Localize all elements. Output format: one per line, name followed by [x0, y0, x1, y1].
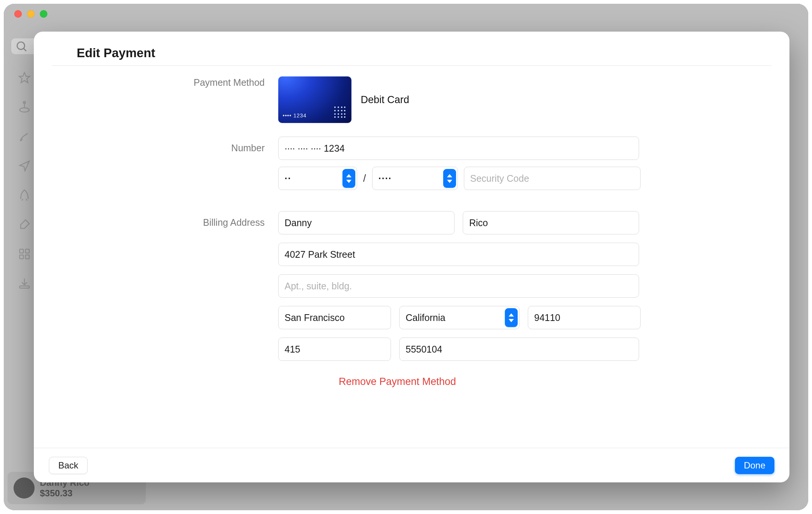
exp-year-value: ···· — [379, 173, 392, 184]
edit-payment-sheet: Edit Payment Payment Method •••• 1234 — [34, 32, 789, 482]
sheet-footer: Back Done — [34, 448, 789, 482]
svg-rect-10 — [20, 286, 29, 288]
updates-icon[interactable] — [18, 277, 31, 290]
account-balance: $350.33 — [40, 488, 89, 499]
star-icon[interactable] — [18, 71, 31, 84]
back-button[interactable]: Back — [49, 457, 88, 474]
street1-input[interactable] — [278, 243, 639, 266]
street2-input[interactable] — [278, 274, 639, 298]
search-icon — [15, 40, 28, 53]
label-number: Number — [77, 143, 265, 154]
window-titlebar — [4, 4, 808, 24]
stepper-icon — [342, 169, 355, 188]
window-close-button[interactable] — [14, 10, 22, 18]
exp-month-select[interactable]: ·· — [278, 167, 357, 190]
label-billing-address: Billing Address — [77, 217, 265, 228]
svg-marker-13 — [447, 174, 452, 177]
stepper-icon — [443, 169, 456, 188]
phone-number-input[interactable] — [399, 338, 639, 361]
svg-rect-9 — [26, 255, 29, 259]
stepper-icon — [505, 308, 518, 327]
security-code-input[interactable] — [464, 167, 641, 190]
exp-month-value: ·· — [285, 173, 291, 184]
svg-rect-7 — [26, 249, 29, 253]
svg-rect-8 — [20, 255, 23, 259]
exp-year-select[interactable]: ···· — [372, 167, 458, 190]
card-number-input[interactable] — [278, 137, 639, 160]
sheet-title: Edit Payment — [77, 46, 718, 60]
remove-payment-method-link[interactable]: Remove Payment Method — [77, 376, 718, 388]
develop-icon[interactable] — [18, 218, 31, 231]
window-minimize-button[interactable] — [27, 10, 35, 18]
svg-marker-5 — [20, 161, 29, 171]
svg-line-1 — [24, 49, 26, 51]
state-select[interactable]: California — [399, 306, 520, 329]
work-icon[interactable] — [18, 160, 31, 172]
svg-marker-12 — [346, 179, 351, 182]
divider — [52, 65, 771, 66]
card-art-number: •••• 1234 — [283, 113, 307, 119]
play-icon[interactable] — [18, 189, 31, 202]
svg-marker-11 — [346, 174, 351, 177]
svg-marker-16 — [509, 319, 514, 322]
svg-marker-14 — [447, 179, 452, 182]
avatar — [14, 478, 35, 499]
done-button[interactable]: Done — [735, 457, 774, 474]
city-input[interactable] — [278, 306, 391, 329]
svg-point-3 — [20, 108, 29, 112]
phone-area-input[interactable] — [278, 338, 391, 361]
mac-window: Danny Rico $350.33 Edit Payment Payment … — [4, 4, 808, 510]
svg-point-0 — [17, 42, 25, 50]
window-zoom-button[interactable] — [40, 10, 47, 18]
label-payment-method: Payment Method — [77, 77, 265, 88]
card-type-label: Debit Card — [361, 94, 409, 106]
card-art-chip-icon — [334, 106, 346, 119]
svg-rect-6 — [20, 249, 23, 253]
state-value: California — [406, 312, 445, 323]
postal-code-input[interactable] — [528, 306, 641, 329]
svg-marker-2 — [19, 73, 30, 83]
card-art: •••• 1234 — [278, 76, 351, 123]
exp-separator: / — [363, 173, 366, 184]
first-name-input[interactable] — [278, 211, 454, 234]
categories-icon[interactable] — [18, 248, 31, 260]
app-window: Danny Rico $350.33 Edit Payment Payment … — [4, 4, 808, 510]
last-name-input[interactable] — [463, 211, 639, 234]
svg-marker-15 — [509, 313, 514, 316]
create-icon[interactable] — [18, 130, 31, 143]
arcade-icon[interactable] — [18, 101, 31, 114]
